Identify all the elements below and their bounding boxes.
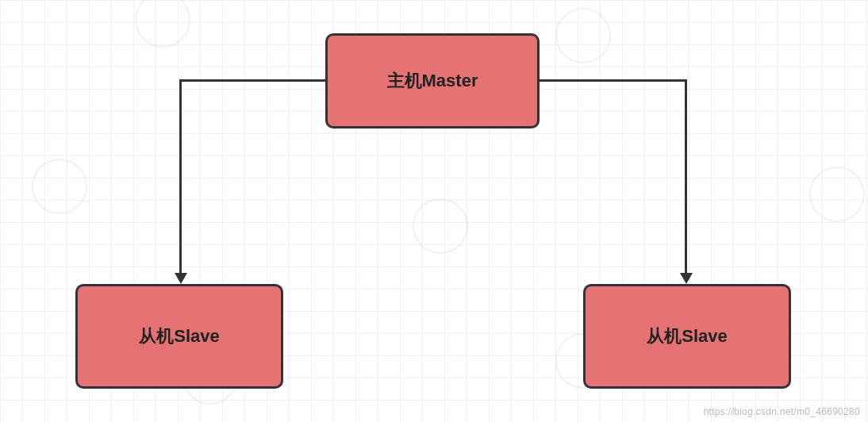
master-node: 主机Master (325, 33, 540, 129)
watermark-circle (555, 8, 611, 63)
watermark-circle (32, 159, 87, 214)
slave-right-node: 从机Slave (583, 284, 791, 389)
edge-master-to-slave-left-arrow (175, 273, 187, 284)
watermark-circle (413, 198, 468, 254)
slave-right-label: 从机Slave (647, 324, 728, 348)
watermark-text: https://blog.csdn.net/m0_46690280 (704, 406, 860, 417)
edge-master-to-slave-left-v (179, 79, 182, 273)
master-label: 主机Master (387, 69, 478, 93)
watermark-circle (135, 0, 190, 48)
slave-left-node: 从机Slave (75, 284, 283, 389)
edge-master-to-slave-right-v (685, 79, 687, 273)
edge-master-to-slave-right-h (540, 79, 687, 82)
slave-left-label: 从机Slave (139, 324, 220, 348)
edge-master-to-slave-right-arrow (680, 273, 693, 284)
watermark-circle (809, 167, 865, 222)
edge-master-to-slave-left-h (179, 79, 325, 82)
